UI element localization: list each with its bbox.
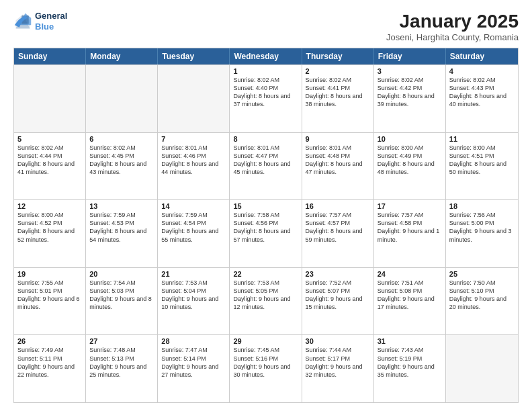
day-cell-9: 9Sunrise: 8:01 AMSunset: 4:48 PMDaylight… <box>302 133 374 200</box>
day-info: Sunrise: 8:02 AMSunset: 4:45 PMDaylight:… <box>89 144 154 177</box>
day-info: Sunrise: 7:57 AMSunset: 4:57 PMDaylight:… <box>306 211 370 244</box>
header-day-monday: Monday <box>86 48 158 64</box>
header-day-tuesday: Tuesday <box>158 48 230 64</box>
day-info: Sunrise: 8:02 AMSunset: 4:40 PMDaylight:… <box>233 76 298 109</box>
month-year: January 2025 <box>386 11 519 32</box>
day-info: Sunrise: 7:45 AMSunset: 5:16 PMDaylight:… <box>233 346 298 379</box>
day-cell-30: 30Sunrise: 7:44 AMSunset: 5:17 PMDayligh… <box>302 335 374 402</box>
day-cell-22: 22Sunrise: 7:53 AMSunset: 5:05 PMDayligh… <box>230 268 302 335</box>
day-number: 12 <box>17 202 82 210</box>
day-info: Sunrise: 7:43 AMSunset: 5:19 PMDaylight:… <box>378 346 442 379</box>
empty-cell <box>446 335 518 402</box>
day-cell-21: 21Sunrise: 7:53 AMSunset: 5:04 PMDayligh… <box>158 268 230 335</box>
header-day-saturday: Saturday <box>446 48 518 64</box>
day-number: 24 <box>378 270 442 278</box>
day-cell-26: 26Sunrise: 7:49 AMSunset: 5:11 PMDayligh… <box>14 335 86 402</box>
day-number: 14 <box>161 202 226 210</box>
day-info: Sunrise: 7:47 AMSunset: 5:14 PMDaylight:… <box>161 346 226 379</box>
day-info: Sunrise: 8:00 AMSunset: 4:49 PMDaylight:… <box>378 144 442 177</box>
day-info: Sunrise: 8:02 AMSunset: 4:44 PMDaylight:… <box>17 144 82 177</box>
day-cell-3: 3Sunrise: 8:02 AMSunset: 4:42 PMDaylight… <box>374 65 446 132</box>
day-info: Sunrise: 7:50 AMSunset: 5:10 PMDaylight:… <box>449 279 515 312</box>
day-info: Sunrise: 8:02 AMSunset: 4:42 PMDaylight:… <box>378 76 442 109</box>
location: Joseni, Harghita County, Romania <box>386 32 519 42</box>
week-row-2: 5Sunrise: 8:02 AMSunset: 4:44 PMDaylight… <box>14 132 518 200</box>
day-number: 9 <box>306 135 370 143</box>
day-info: Sunrise: 7:53 AMSunset: 5:04 PMDaylight:… <box>161 279 226 312</box>
day-info: Sunrise: 7:58 AMSunset: 4:56 PMDaylight:… <box>233 211 298 244</box>
calendar: SundayMondayTuesdayWednesdayThursdayFrid… <box>13 48 519 403</box>
day-info: Sunrise: 7:53 AMSunset: 5:05 PMDaylight:… <box>233 279 298 312</box>
day-info: Sunrise: 7:48 AMSunset: 5:13 PMDaylight:… <box>89 346 154 379</box>
day-cell-29: 29Sunrise: 7:45 AMSunset: 5:16 PMDayligh… <box>230 335 302 402</box>
day-cell-28: 28Sunrise: 7:47 AMSunset: 5:14 PMDayligh… <box>158 335 230 402</box>
day-cell-8: 8Sunrise: 8:01 AMSunset: 4:47 PMDaylight… <box>230 133 302 200</box>
week-row-5: 26Sunrise: 7:49 AMSunset: 5:11 PMDayligh… <box>14 334 518 402</box>
day-number: 6 <box>89 135 154 143</box>
day-info: Sunrise: 7:44 AMSunset: 5:17 PMDaylight:… <box>306 346 370 379</box>
day-number: 30 <box>306 337 370 345</box>
day-number: 8 <box>233 135 298 143</box>
logo-icon <box>13 12 32 31</box>
week-row-3: 12Sunrise: 8:00 AMSunset: 4:52 PMDayligh… <box>14 199 518 267</box>
day-number: 4 <box>449 67 515 75</box>
header-day-friday: Friday <box>374 48 446 64</box>
day-info: Sunrise: 7:57 AMSunset: 4:58 PMDaylight:… <box>378 211 442 244</box>
title-block: January 2025 Joseni, Harghita County, Ro… <box>386 11 519 42</box>
day-cell-18: 18Sunrise: 7:56 AMSunset: 5:00 PMDayligh… <box>446 200 518 267</box>
day-number: 16 <box>306 202 370 210</box>
day-info: Sunrise: 7:49 AMSunset: 5:11 PMDaylight:… <box>17 346 82 379</box>
day-number: 7 <box>161 135 226 143</box>
day-cell-19: 19Sunrise: 7:55 AMSunset: 5:01 PMDayligh… <box>14 268 86 335</box>
day-info: Sunrise: 7:54 AMSunset: 5:03 PMDaylight:… <box>89 279 154 312</box>
header-day-wednesday: Wednesday <box>230 48 302 64</box>
day-number: 22 <box>233 270 298 278</box>
calendar-body: 1Sunrise: 8:02 AMSunset: 4:40 PMDaylight… <box>14 64 518 402</box>
day-cell-1: 1Sunrise: 8:02 AMSunset: 4:40 PMDaylight… <box>230 65 302 132</box>
day-cell-14: 14Sunrise: 7:59 AMSunset: 4:54 PMDayligh… <box>158 200 230 267</box>
day-info: Sunrise: 8:01 AMSunset: 4:46 PMDaylight:… <box>161 144 226 177</box>
day-info: Sunrise: 7:55 AMSunset: 5:01 PMDaylight:… <box>17 279 82 312</box>
day-cell-20: 20Sunrise: 7:54 AMSunset: 5:03 PMDayligh… <box>86 268 158 335</box>
day-info: Sunrise: 8:01 AMSunset: 4:48 PMDaylight:… <box>306 144 370 177</box>
day-cell-12: 12Sunrise: 8:00 AMSunset: 4:52 PMDayligh… <box>14 200 86 267</box>
day-cell-15: 15Sunrise: 7:58 AMSunset: 4:56 PMDayligh… <box>230 200 302 267</box>
day-number: 10 <box>378 135 442 143</box>
day-cell-23: 23Sunrise: 7:52 AMSunset: 5:07 PMDayligh… <box>302 268 374 335</box>
logo-line2: Blue <box>35 21 67 32</box>
day-cell-31: 31Sunrise: 7:43 AMSunset: 5:19 PMDayligh… <box>374 335 446 402</box>
empty-cell <box>158 65 230 132</box>
empty-cell <box>14 65 86 132</box>
day-number: 28 <box>161 337 226 345</box>
day-number: 19 <box>17 270 82 278</box>
day-cell-27: 27Sunrise: 7:48 AMSunset: 5:13 PMDayligh… <box>86 335 158 402</box>
header-day-thursday: Thursday <box>302 48 374 64</box>
day-info: Sunrise: 7:56 AMSunset: 5:00 PMDaylight:… <box>449 211 515 244</box>
day-info: Sunrise: 8:02 AMSunset: 4:41 PMDaylight:… <box>306 76 370 109</box>
day-number: 26 <box>17 337 82 345</box>
day-cell-4: 4Sunrise: 8:02 AMSunset: 4:43 PMDaylight… <box>446 65 518 132</box>
day-number: 31 <box>378 337 442 345</box>
logo: General Blue <box>13 11 67 32</box>
header-day-sunday: Sunday <box>14 48 86 64</box>
week-row-1: 1Sunrise: 8:02 AMSunset: 4:40 PMDaylight… <box>14 64 518 132</box>
day-cell-16: 16Sunrise: 7:57 AMSunset: 4:57 PMDayligh… <box>302 200 374 267</box>
day-number: 25 <box>449 270 515 278</box>
day-info: Sunrise: 7:59 AMSunset: 4:54 PMDaylight:… <box>161 211 226 244</box>
day-cell-6: 6Sunrise: 8:02 AMSunset: 4:45 PMDaylight… <box>86 133 158 200</box>
day-info: Sunrise: 8:02 AMSunset: 4:43 PMDaylight:… <box>449 76 515 109</box>
header: General Blue January 2025 Joseni, Harghi… <box>13 11 519 42</box>
day-cell-11: 11Sunrise: 8:00 AMSunset: 4:51 PMDayligh… <box>446 133 518 200</box>
page: General Blue January 2025 Joseni, Harghi… <box>0 0 532 411</box>
week-row-4: 19Sunrise: 7:55 AMSunset: 5:01 PMDayligh… <box>14 267 518 335</box>
day-cell-17: 17Sunrise: 7:57 AMSunset: 4:58 PMDayligh… <box>374 200 446 267</box>
day-number: 2 <box>306 67 370 75</box>
day-info: Sunrise: 8:01 AMSunset: 4:47 PMDaylight:… <box>233 144 298 177</box>
day-number: 20 <box>89 270 154 278</box>
day-info: Sunrise: 7:59 AMSunset: 4:53 PMDaylight:… <box>89 211 154 244</box>
day-info: Sunrise: 7:52 AMSunset: 5:07 PMDaylight:… <box>306 279 370 312</box>
day-number: 29 <box>233 337 298 345</box>
day-number: 5 <box>17 135 82 143</box>
empty-cell <box>86 65 158 132</box>
day-info: Sunrise: 8:00 AMSunset: 4:52 PMDaylight:… <box>17 211 82 244</box>
